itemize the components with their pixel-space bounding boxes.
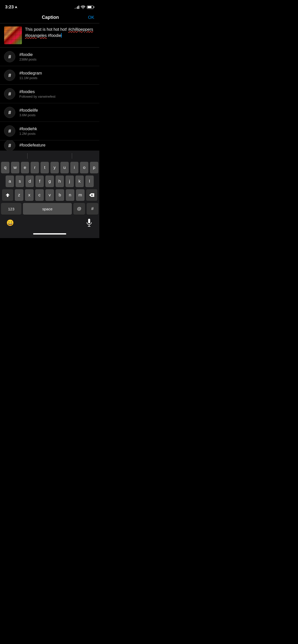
cursor-bar [0, 151, 99, 161]
keyboard-bottom-bar: 😀 [0, 216, 99, 229]
status-bar: 3:23 [0, 0, 99, 13]
hashtag-count-4: 1.2M posts [19, 132, 95, 136]
cursor-right [72, 153, 72, 159]
numbers-key[interactable]: 123 [1, 203, 21, 215]
emoji-button[interactable]: 😀 [5, 218, 15, 228]
key-o[interactable]: o [80, 162, 88, 173]
caption-text: This post is hot hot hot! #chillipeppers… [25, 26, 95, 39]
hashtag-suggestions: # #foodie 238M posts # #foodiegram 11.1M… [0, 48, 99, 151]
key-u[interactable]: u [60, 162, 69, 173]
battery-icon [87, 6, 94, 9]
hashtag-chillipeppers: #chillipeppers [68, 27, 93, 32]
delete-key[interactable] [86, 189, 97, 201]
location-icon [15, 6, 17, 8]
key-a[interactable]: a [6, 175, 14, 187]
signal-icon [75, 5, 79, 9]
key-m[interactable]: m [76, 189, 85, 201]
hashtag-item-foodielife[interactable]: # #foodielife 3.6M posts [0, 103, 99, 122]
key-p[interactable]: p [90, 162, 98, 173]
caption-input[interactable]: This post is hot hot hot! #chillipeppers… [25, 26, 95, 44]
keyboard: q w e r t y u i o p a s d f g h j k l [0, 151, 99, 238]
hashtag-icon-3: # [4, 107, 15, 118]
key-i[interactable]: i [70, 162, 79, 173]
key-f[interactable]: f [35, 175, 44, 187]
status-icons [75, 5, 94, 9]
ok-button[interactable]: OK [88, 15, 94, 20]
svg-rect-0 [88, 219, 90, 223]
hashtag-icon-4: # [4, 125, 15, 137]
key-n[interactable]: n [66, 189, 74, 201]
hashtag-name-2: #foodies [19, 90, 95, 94]
mic-button[interactable] [84, 218, 94, 228]
key-e[interactable]: e [21, 162, 29, 173]
key-row-2: a s d f g h j k l [1, 175, 98, 187]
space-key[interactable]: space [23, 203, 72, 215]
home-indicator [0, 229, 99, 238]
key-q[interactable]: q [1, 162, 9, 173]
hashtag-losangeles: #losangeles [25, 33, 47, 38]
hashtag-name-5: #foodiefeature [19, 143, 95, 148]
hashtag-item-foodiegram[interactable]: # #foodiegram 11.1M posts [0, 66, 99, 85]
hashtag-item-foodie[interactable]: # #foodie 238M posts [0, 48, 99, 66]
key-g[interactable]: g [45, 175, 54, 187]
key-row-bottom: 123 space @ # [1, 203, 98, 215]
key-z[interactable]: z [15, 189, 23, 201]
caption-area: This post is hot hot hot! #chillipeppers… [0, 23, 99, 48]
key-b[interactable]: b [56, 189, 64, 201]
status-time: 3:23 [5, 5, 17, 10]
cursor-left [27, 153, 28, 159]
hashtag-item-foodies[interactable]: # #foodies Followed by vanwinefest [0, 85, 99, 103]
key-v[interactable]: v [45, 189, 54, 201]
hashtag-icon-2: # [4, 88, 15, 99]
hashtag-icon-5: # [4, 140, 15, 151]
post-thumbnail [4, 26, 22, 44]
hashtag-name-0: #foodie [19, 52, 95, 57]
hashtag-item-foodiehk[interactable]: # #foodiehk 1.2M posts [0, 122, 99, 140]
key-t[interactable]: t [40, 162, 49, 173]
hashtag-count-2: Followed by vanwinefest [19, 95, 95, 98]
hashtag-item-foodiefeature[interactable]: # #foodiefeature [0, 140, 99, 151]
key-j[interactable]: j [65, 175, 74, 187]
nav-bar: Caption OK [0, 13, 99, 23]
key-c[interactable]: c [35, 189, 44, 201]
key-y[interactable]: y [50, 162, 59, 173]
mic-icon [86, 219, 92, 227]
hashtag-icon-1: # [4, 70, 15, 81]
at-key[interactable]: @ [73, 203, 85, 215]
hash-key[interactable]: # [87, 203, 98, 215]
key-s[interactable]: s [16, 175, 24, 187]
hashtag-count-1: 11.1M posts [19, 76, 95, 80]
key-d[interactable]: d [25, 175, 34, 187]
page-title: Caption [13, 15, 88, 20]
shift-key[interactable] [2, 189, 13, 201]
hashtag-name-1: #foodiegram [19, 71, 95, 76]
key-k[interactable]: k [75, 175, 84, 187]
hashtag-name-3: #foodielife [19, 108, 95, 113]
key-row-3: z x c v b n m [1, 189, 98, 201]
key-r[interactable]: r [31, 162, 39, 173]
key-h[interactable]: h [56, 175, 64, 187]
key-x[interactable]: x [25, 189, 34, 201]
keyboard-keys: q w e r t y u i o p a s d f g h j k l [0, 161, 99, 215]
key-w[interactable]: w [11, 162, 19, 173]
hashtag-count-0: 238M posts [19, 57, 95, 61]
hashtag-icon-0: # [4, 51, 15, 62]
hashtag-count-3: 3.6M posts [19, 113, 95, 117]
wifi-icon [81, 5, 85, 9]
key-l[interactable]: l [85, 175, 94, 187]
hashtag-name-4: #foodiehk [19, 127, 95, 131]
key-row-1: q w e r t y u i o p [1, 162, 98, 173]
home-line [33, 233, 66, 235]
